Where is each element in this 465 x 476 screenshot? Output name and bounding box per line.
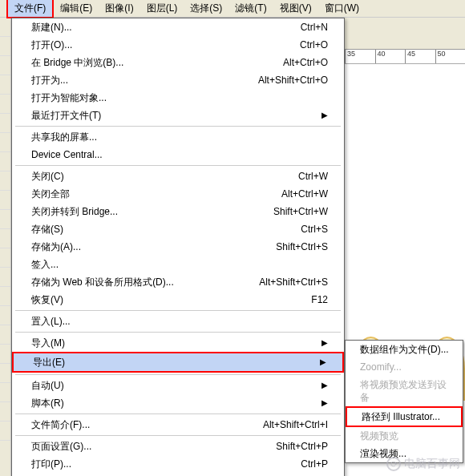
menu-item-open-as[interactable]: 打开为...Alt+Shift+Ctrl+O — [12, 71, 344, 89]
chevron-right-icon: ▶ — [321, 337, 328, 349]
menu-separator — [15, 374, 341, 375]
menu-item-checkin[interactable]: 签入... — [12, 256, 344, 273]
menu-item-open-smart[interactable]: 打开为智能对象... — [12, 89, 344, 107]
menu-window[interactable]: 窗口(W) — [318, 0, 366, 17]
watermark: ⟳ 电脑百事网 — [386, 457, 460, 471]
menu-separator — [15, 413, 341, 414]
chevron-right-icon: ▶ — [321, 397, 328, 409]
ruler-tick: 40 — [375, 50, 406, 63]
menu-item-print[interactable]: 打印(P)...Ctrl+P — [12, 455, 344, 473]
menu-item-open[interactable]: 打开(O)...Ctrl+O — [12, 36, 344, 54]
menu-item-place[interactable]: 置入(L)... — [12, 313, 344, 330]
submenu-item-paths-illustrator[interactable]: 路径到 Illustrator... — [346, 406, 463, 427]
menu-separator — [15, 310, 341, 311]
menu-item-export[interactable]: 导出(E)▶ — [12, 352, 344, 373]
menu-item-scripts[interactable]: 脚本(R)▶ — [12, 394, 344, 412]
submenu-item-video-preview: 视频预览 — [346, 427, 463, 445]
menu-item-file-info[interactable]: 文件简介(F)...Alt+Shift+Ctrl+I — [12, 416, 344, 434]
menu-item-save-web[interactable]: 存储为 Web 和设备所用格式(D)...Alt+Shift+Ctrl+S — [12, 273, 344, 291]
menu-item-close-all[interactable]: 关闭全部Alt+Ctrl+W — [12, 185, 344, 203]
menu-item-close-bridge[interactable]: 关闭并转到 Bridge...Shift+Ctrl+W — [12, 203, 344, 220]
menu-separator — [15, 435, 341, 436]
menu-separator — [15, 126, 341, 127]
file-dropdown-menu: 新建(N)...Ctrl+N 打开(O)...Ctrl+O 在 Bridge 中… — [11, 18, 345, 476]
menu-file[interactable]: 文件(F) — [6, 0, 54, 18]
submenu-item-send-video: 将视频预览发送到设备 — [346, 376, 463, 406]
ruler-tick: 50 — [435, 50, 466, 63]
menu-item-browse-bridge[interactable]: 在 Bridge 中浏览(B)...Alt+Ctrl+O — [12, 54, 344, 71]
menu-item-import[interactable]: 导入(M)▶ — [12, 334, 344, 352]
menu-layer[interactable]: 图层(L) — [140, 0, 184, 17]
menu-item-save[interactable]: 存储(S)Ctrl+S — [12, 220, 344, 238]
chevron-right-icon: ▶ — [320, 356, 326, 369]
menu-item-automate[interactable]: 自动(U)▶ — [12, 377, 344, 394]
left-toolstrip — [0, 18, 11, 476]
watermark-text: 电脑百事网 — [404, 457, 460, 471]
menu-item-save-as[interactable]: 存储为(A)...Shift+Ctrl+S — [12, 238, 344, 256]
menu-item-device-central[interactable]: Device Central... — [12, 146, 344, 163]
menu-item-page-setup[interactable]: 页面设置(G)...Shift+Ctrl+P — [12, 438, 344, 455]
menu-item-recent[interactable]: 最近打开文件(T)▶ — [12, 107, 344, 124]
menu-filter[interactable]: 滤镜(T) — [228, 0, 273, 17]
menu-view[interactable]: 视图(V) — [273, 0, 318, 17]
submenu-item-zoomify[interactable]: Zoomify... — [346, 358, 463, 376]
submenu-item-datasets[interactable]: 数据组作为文件(D)... — [346, 341, 463, 358]
menu-separator — [15, 332, 341, 333]
menubar: 文件(F) 编辑(E) 图像(I) 图层(L) 选择(S) 滤镜(T) 视图(V… — [0, 0, 465, 18]
menu-item-revert[interactable]: 恢复(V)F12 — [12, 291, 344, 309]
menu-item-print-one[interactable]: 打印一份(Y)Alt+Shift+Ctrl+P — [12, 473, 344, 476]
menu-separator — [15, 165, 341, 166]
menu-edit[interactable]: 编辑(E) — [54, 0, 99, 17]
chevron-right-icon: ▶ — [321, 109, 328, 122]
menu-image[interactable]: 图像(I) — [99, 0, 140, 17]
watermark-icon: ⟳ — [386, 457, 401, 471]
chevron-right-icon: ▶ — [321, 379, 328, 392]
ruler: 35 40 45 50 — [345, 50, 465, 64]
menu-item-share-screen[interactable]: 共享我的屏幕... — [12, 128, 344, 146]
export-submenu: 数据组作为文件(D)... Zoomify... 将视频预览发送到设备 路径到 … — [345, 340, 463, 463]
ruler-tick: 45 — [405, 50, 435, 63]
menu-select[interactable]: 选择(S) — [184, 0, 228, 17]
ruler-tick: 35 — [345, 50, 375, 63]
menu-item-close[interactable]: 关闭(C)Ctrl+W — [12, 167, 344, 185]
menu-item-new[interactable]: 新建(N)...Ctrl+N — [12, 18, 344, 36]
